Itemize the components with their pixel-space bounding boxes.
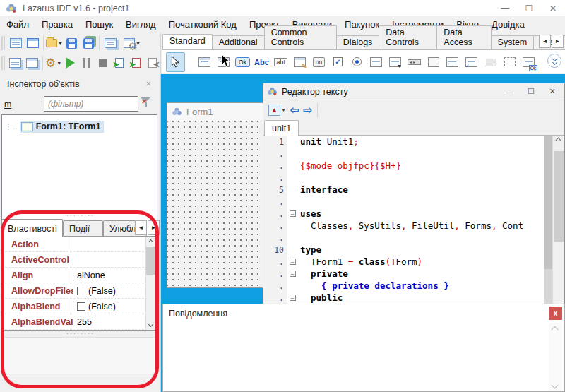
filter-icon[interactable]: ✕	[141, 97, 156, 112]
property-row[interactable]: ActiveControl	[2, 252, 157, 268]
splitter-handle[interactable]: ········	[0, 213, 161, 218]
palette-tab-standard[interactable]: Standard	[162, 34, 213, 49]
maximize-button[interactable]: ☐	[517, 0, 541, 16]
view-forms-icon[interactable]	[23, 54, 40, 71]
nav-back-icon[interactable]: ⇦	[288, 102, 302, 118]
fold-collapse-icon[interactable]: –	[290, 271, 296, 277]
fold-margin[interactable]: –	[287, 268, 297, 280]
code-line[interactable]: .–uses	[264, 208, 553, 220]
component-scrollbar-icon[interactable]: ◄►	[405, 52, 424, 72]
inspector-tab-events[interactable]: Події	[63, 220, 103, 237]
code-line[interactable]: .	[264, 196, 553, 208]
open-dropdown-icon[interactable]: ▼	[46, 35, 63, 52]
inspector-tab-properties[interactable]: Властивості	[1, 219, 63, 237]
components-filter-input[interactable]	[44, 96, 138, 112]
new-unit-icon[interactable]	[7, 35, 24, 52]
component-groupbox-icon[interactable]	[424, 52, 443, 72]
property-value[interactable]: (False)	[73, 302, 116, 311]
code-line[interactable]: .	[264, 232, 553, 244]
object-inspector-header[interactable]: Інспектор об'єктів ✕	[0, 77, 161, 93]
property-row[interactable]: AlignalNone	[2, 268, 157, 283]
palette-tab-data-controls[interactable]: Data Controls	[379, 25, 437, 49]
tree-row[interactable]: ⋮‥ Form1: TForm1	[5, 121, 104, 133]
run-mode-dropdown-icon[interactable]: ⚙▼	[45, 54, 61, 71]
palette-tab-common-controls[interactable]: Common Controls	[264, 25, 337, 49]
splitter-handle[interactable]: ········	[0, 331, 161, 335]
messages-scrollbar[interactable]	[549, 323, 562, 391]
nav-forward-icon[interactable]: ⇨	[302, 102, 315, 118]
component-cursor-icon[interactable]	[166, 52, 185, 72]
palette-overflow-icon[interactable]	[547, 54, 561, 68]
scroll-down-icon[interactable]	[552, 382, 559, 389]
fold-margin[interactable]: –	[287, 208, 297, 220]
component-radiobutton-icon[interactable]	[347, 52, 367, 72]
property-value[interactable]: 255	[73, 317, 92, 327]
fold-margin[interactable]: –	[287, 292, 297, 304]
palette-tab-data-access[interactable]: Data Access	[436, 25, 491, 49]
property-value[interactable]: (False)	[73, 286, 116, 296]
component-main-menu-icon[interactable]	[195, 52, 214, 72]
messages-close-button[interactable]: x	[549, 307, 562, 320]
code-line[interactable]: .{$mode objfpc}{$H+}	[264, 160, 553, 172]
run-icon[interactable]	[61, 54, 78, 71]
scroll-down-icon[interactable]	[148, 322, 153, 327]
fold-collapse-icon[interactable]: –	[290, 259, 296, 265]
object-inspector-close-icon[interactable]: ✕	[143, 78, 154, 89]
tabs-scroll-left-icon[interactable]: ◄	[539, 35, 551, 48]
checkbox-unchecked-icon[interactable]	[77, 287, 85, 295]
fold-collapse-icon[interactable]: –	[290, 295, 296, 301]
tab-unit1[interactable]: unit1	[264, 120, 299, 136]
component-checkbox-icon[interactable]: ✓	[328, 52, 347, 72]
goto-dropdown-icon[interactable]: ▲▼	[266, 102, 288, 118]
property-grid-scrollbar[interactable]	[145, 237, 157, 330]
menu-item-Довідка[interactable]: Довідка	[485, 16, 531, 32]
editor-minimize-button[interactable]: —	[499, 83, 521, 100]
menu-item-Вигляд[interactable]: Вигляд	[119, 16, 162, 32]
save-all-icon[interactable]	[80, 35, 97, 52]
scroll-up-icon[interactable]	[555, 138, 562, 145]
component-button-icon[interactable]: Ok	[233, 52, 252, 72]
property-row[interactable]: AllowDropFiles(False)	[2, 283, 157, 299]
tabs-scroll-right-icon[interactable]: ►	[552, 35, 564, 48]
component-combobox-icon[interactable]: ▼	[386, 52, 405, 72]
minimize-button[interactable]: —	[493, 0, 517, 16]
fold-margin[interactable]: –	[287, 256, 297, 268]
component-edit-icon[interactable]: abI	[271, 52, 290, 72]
scrollbar-thumb[interactable]	[146, 247, 156, 275]
new-form-icon[interactable]	[24, 35, 41, 52]
code-line[interactable]: .	[264, 172, 553, 184]
code-line[interactable]: . { private declarations }	[264, 280, 553, 292]
scroll-up-icon[interactable]	[552, 326, 559, 333]
menu-item-Пошук[interactable]: Пошук	[79, 16, 119, 32]
component-actionlist-icon[interactable]: Ok	[519, 52, 538, 72]
component-memo-icon[interactable]: ✎	[290, 52, 309, 72]
editor-maximize-button[interactable]: ☐	[521, 83, 542, 100]
component-togglebox-icon[interactable]: on	[309, 52, 328, 72]
editor-close-button[interactable]: ✕	[542, 83, 563, 100]
property-row[interactable]: Action	[2, 237, 157, 252]
pause-icon[interactable]	[78, 54, 95, 71]
component-listbox-icon[interactable]	[367, 52, 386, 72]
inspector-tabs-scroll-right-icon[interactable]: ►	[148, 220, 160, 235]
toggle-form-unit-icon[interactable]	[102, 35, 119, 52]
component-checkgroup-icon[interactable]: ✓	[462, 52, 481, 72]
code-line[interactable]: 10type	[264, 244, 553, 256]
code-line[interactable]: 5interface	[264, 184, 553, 196]
step-into-icon[interactable]: ➤	[112, 54, 128, 71]
component-radiogroup-icon[interactable]	[443, 52, 462, 72]
property-row[interactable]: AlphaBlend(False)	[2, 299, 157, 314]
palette-tab-additional[interactable]: Additional	[212, 35, 265, 49]
code-line[interactable]: . Classes, SysUtils, FileUtil, Forms, Co…	[264, 220, 553, 232]
property-value[interactable]: alNone	[73, 271, 105, 280]
editor-title-bar[interactable]: Редактор тексту — ☐ ✕	[263, 83, 564, 100]
save-icon[interactable]	[63, 35, 80, 52]
code-line[interactable]: .– private	[264, 268, 553, 280]
menu-item-Початковий Код[interactable]: Початковий Код	[162, 16, 243, 32]
code-line[interactable]: .– public	[264, 292, 553, 304]
menu-item-Файл[interactable]: Файл	[0, 16, 35, 32]
code-line[interactable]: .– TForm1 = class(TForm)	[264, 256, 553, 268]
palette-tab-system[interactable]: System	[491, 35, 535, 49]
component-frame-icon[interactable]	[500, 52, 519, 72]
editor-scrollbar-thumb[interactable]	[554, 151, 564, 242]
code-line[interactable]: .	[264, 148, 553, 160]
